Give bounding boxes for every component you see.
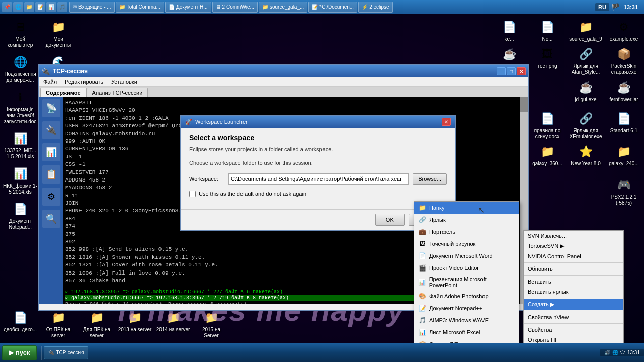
language-selector[interactable]: RU xyxy=(595,3,609,11)
taskbar-app-eclipse2[interactable]: ⚡ 2 eclipse xyxy=(358,2,392,13)
create-bitmap[interactable]: 🖼 Точечный рисунок xyxy=(414,238,519,250)
desktop-icon-example[interactable]: ⚙ example.exe xyxy=(606,18,642,43)
desktop-icon-source-gala[interactable]: 📁 source_gala_9 xyxy=(568,18,604,43)
default-workspace-checkbox[interactable] xyxy=(189,191,196,197)
desktop-icon-newyear[interactable]: ⭐ New Year 8.0 xyxy=(568,143,604,174)
desktop-icon-fernflower[interactable]: ☕ fernflower.jar xyxy=(606,78,642,104)
create-briefcase[interactable]: 💼 Портфель xyxy=(414,226,519,238)
ctx-update[interactable]: Обновить xyxy=(524,264,623,274)
desktop-icon-xemulator[interactable]: 🔗 Ярлык для XEmulator.exe xyxy=(568,110,604,141)
tcp-sidebar-icon5[interactable]: ⚙ xyxy=(42,188,60,206)
ctx-paste[interactable]: Вставить xyxy=(524,277,623,287)
create-video[interactable]: 🎬 Проект Video Editor xyxy=(414,262,519,274)
desktop-icon-galaxy360[interactable]: 📁 galaxy_360... xyxy=(529,143,566,174)
create-word[interactable]: 📄 Документ Microsoft Word xyxy=(414,250,519,262)
top-apps-bar: ✉ Входящие - ... 📁 Total Comma... 📄 Доку… xyxy=(69,2,591,13)
desktop-icon-2014[interactable]: 📁 2014 на server xyxy=(155,309,191,340)
desktop-icon-psx2[interactable]: 🎮 PSX2 1.2.1 (r5875) xyxy=(606,176,642,207)
desktop-icon-mit[interactable]: 📊 133752_MIT... 1-5 2014.xls xyxy=(2,130,38,161)
ctx-svn-extract[interactable]: SVN Извлечь... xyxy=(524,231,623,241)
desktop: 📌 🌐 📁 📝 📊 🎵 ✉ Входящие - ... 📁 Total Com… xyxy=(0,0,644,362)
workspace-label: Workspace: xyxy=(189,176,224,182)
ctx-nvidia[interactable]: NVIDIA Control Panel xyxy=(524,251,623,261)
desktop-icon-jdgui[interactable]: ☕ jd-gui.exe xyxy=(568,78,604,104)
workspace-dialog-desc2: Choose a workspace folder to use for thi… xyxy=(189,159,447,167)
taskbar-app-notepad[interactable]: 📄 Документ Н... xyxy=(165,2,211,13)
desktop-icon-deobf[interactable]: 📄 деобф_деко... xyxy=(2,309,38,340)
desktop-icon-standart[interactable]: 📄 Standart 6.1 xyxy=(606,110,642,141)
desktop-icon-testpng[interactable]: 🖼 тест png xyxy=(529,45,566,76)
create-notepad[interactable]: 📝 Документ Notepad++ xyxy=(414,302,519,314)
taskbar-app-commview[interactable]: 🖥 2 CommWie... xyxy=(212,2,258,13)
ctx-paste-link[interactable]: Вставить ярлык xyxy=(524,287,623,297)
taskbar-app-mail[interactable]: ✉ Входящие - ... xyxy=(69,2,115,13)
desktop-icon-atari-link[interactable]: 🔗 Ярлык для Atari_Style... xyxy=(568,45,604,76)
excel-icon[interactable]: 📊 xyxy=(46,2,56,12)
bitmap-icon: 🖼 xyxy=(418,240,426,248)
checkbox-label: Use this as the default and do not ask a… xyxy=(199,191,306,197)
desktop-icon-mydocs[interactable]: 📁 Мои документы xyxy=(40,18,76,49)
workspace-dialog-close[interactable]: ✕ xyxy=(442,118,451,126)
start-button[interactable]: ▶ пуск xyxy=(2,345,37,360)
music-icon[interactable]: 🎵 xyxy=(57,2,67,12)
start-icon: ▶ xyxy=(9,349,14,356)
browse-button[interactable]: Browse... xyxy=(413,173,447,185)
ctx-tortoisesvn[interactable]: TortoiseSVN ▶ xyxy=(524,241,623,251)
create-excel-label: Лист Microsoft Excel xyxy=(429,329,480,335)
desktop-icon-galaxy240[interactable]: 📁 galaxy_240... xyxy=(606,143,642,174)
tcp-minimize-button[interactable]: _ xyxy=(497,67,506,75)
systray-icon2: 🌐 xyxy=(612,350,618,355)
menu-file[interactable]: Файл xyxy=(41,78,59,85)
taskbar-btn-tcp[interactable]: 🔌 TCP-сессия xyxy=(44,346,89,359)
desktop-icon-hkk[interactable]: 📊 НКК_форми 1-5 2014.xls xyxy=(2,165,38,196)
folder-icon[interactable]: 📁 xyxy=(24,2,34,12)
ok-button[interactable]: OK xyxy=(375,214,405,226)
desktop-icon-no[interactable]: 📄 No... xyxy=(529,18,566,43)
browser-icon[interactable]: 🌐 xyxy=(13,2,23,12)
tab-contents[interactable]: Содержимое xyxy=(40,88,87,97)
desktop-context-menu: SVN Извлечь... TortoiseSVN ▶ NVIDIA Cont… xyxy=(523,230,624,355)
taskbar-app-source[interactable]: 📁 source_gala_... xyxy=(259,2,307,13)
desktop-icon-2013[interactable]: 📁 2013 на server xyxy=(117,309,153,340)
tcp-sidebar-icon1[interactable]: 📡 xyxy=(42,99,60,117)
desktop-icon-ke[interactable]: 📄 ke... xyxy=(491,18,527,43)
desktop-icon-2015[interactable]: 📁 2015 на Server xyxy=(193,309,229,340)
create-ppt[interactable]: 📊 Презентация Microsoft PowerPoint xyxy=(414,274,519,290)
menu-edit[interactable]: Редактировать xyxy=(63,78,105,85)
desktop-icon-info[interactable]: ℹ Інформація анм-3ткев0f запустити.doc xyxy=(2,88,38,126)
tcp-close-button[interactable]: ✕ xyxy=(517,67,526,75)
ctx-nview-props[interactable]: Свойства nView xyxy=(524,312,623,322)
tcp-sidebar-icon4[interactable]: 📋 xyxy=(42,165,60,184)
tab-analysis[interactable]: Анализ TCP-сессии xyxy=(87,88,148,97)
desktop-icon-doc[interactable]: 📄 Документ Notepad... xyxy=(2,200,38,231)
notepad-icon[interactable]: 📝 xyxy=(35,2,45,12)
tcp-app-icon: 🔌 xyxy=(48,350,54,355)
ctx-properties[interactable]: Свойства xyxy=(524,325,623,335)
ctx-create[interactable]: Создать ▶ xyxy=(524,299,623,310)
tcp-sidebar-icon6[interactable]: 🔍 xyxy=(42,210,60,228)
desktop-icon-from-pek[interactable]: 📁 От ПЕК на server xyxy=(40,309,76,340)
video-icon: 🎬 xyxy=(418,264,426,272)
create-aimp[interactable]: 🎵 AIMP3: Windows WAVE xyxy=(414,314,519,326)
desktop-icon-pravila[interactable]: 📄 правила по скину.docx xyxy=(529,110,566,141)
taskbar-app-commander[interactable]: 📁 Total Comma... xyxy=(116,2,164,13)
create-shortcut[interactable]: 🔗 Ярлык xyxy=(414,214,519,226)
desktop-icon-for-pek[interactable]: 📁 Для ПЕК на server xyxy=(78,309,115,340)
desktop-icon-network[interactable]: 🌐 Подключення до мережі... xyxy=(2,53,38,84)
create-folder[interactable]: 📁 Папку xyxy=(414,202,519,214)
tcp-line: HAAAPSI VHCIrG5wVv 20 xyxy=(65,107,518,114)
scrollbar-thumb[interactable] xyxy=(520,97,528,112)
desktop-icon-packerskin[interactable]: 📦 PackerSkin старая.exe xyxy=(606,45,642,76)
create-photoshop[interactable]: 🎨 Файл Adobe Photoshop xyxy=(414,290,519,302)
desktop-icon-computer[interactable]: 🖥 Мой компьютер xyxy=(2,18,38,49)
tcp-maximize-button[interactable]: □ xyxy=(507,67,516,75)
quick-launch-icon[interactable]: 📌 xyxy=(2,2,12,12)
taskbar-app-eclipse[interactable]: 📝 *C:\Documen... xyxy=(308,2,357,13)
create-excel[interactable]: 📊 Лист Microsoft Excel xyxy=(414,326,519,338)
workspace-input[interactable] xyxy=(228,173,409,185)
tcp-window-title: TCP-сессия xyxy=(53,68,88,75)
tcp-sidebar-icon3[interactable]: 📊 xyxy=(42,143,60,161)
taskbar: ▶ пуск 🔌 TCP-сессия 🔊 🌐 🛡 13:31 xyxy=(0,343,644,362)
tcp-sidebar-icon2[interactable]: 🔌 xyxy=(42,121,60,139)
menu-settings[interactable]: Установки xyxy=(109,78,139,85)
